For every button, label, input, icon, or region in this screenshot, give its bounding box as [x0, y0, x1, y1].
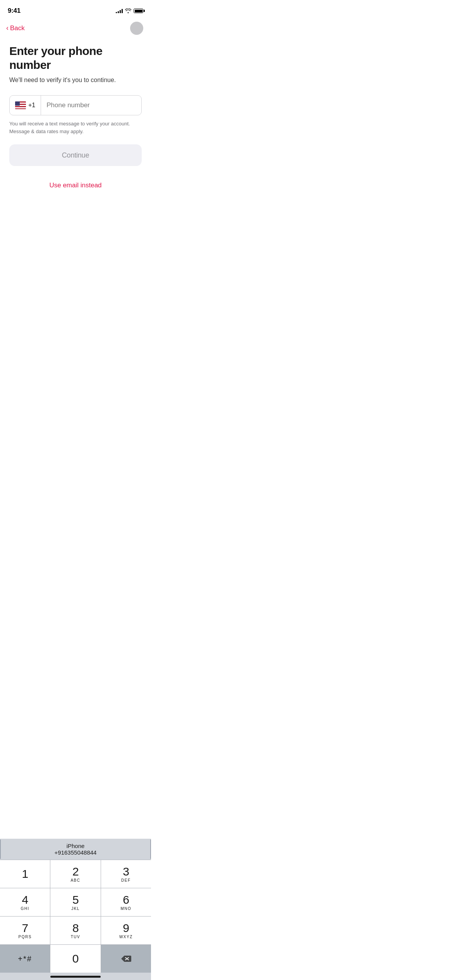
nav-bar: ‹ Back [0, 19, 151, 38]
country-code: +1 [28, 102, 35, 109]
main-content: Enter your phone number We'll need to ve… [0, 38, 151, 189]
continue-button[interactable]: Continue [9, 144, 142, 166]
hint-text: You will receive a text message to verif… [9, 120, 142, 135]
phone-number-input[interactable] [41, 96, 141, 115]
country-selector[interactable]: +1 [10, 96, 41, 115]
signal-icon [116, 9, 123, 13]
back-chevron-icon: ‹ [6, 24, 9, 32]
wifi-icon [125, 9, 131, 13]
flag-icon [15, 101, 26, 109]
battery-icon [134, 9, 143, 13]
page-subtitle: We'll need to verify it's you to continu… [9, 76, 142, 84]
page-title: Enter your phone number [9, 44, 142, 72]
back-label: Back [10, 24, 25, 32]
status-icons [116, 9, 143, 13]
back-button[interactable]: ‹ Back [6, 24, 25, 32]
status-time: 9:41 [8, 7, 21, 15]
status-bar: 9:41 [0, 0, 151, 19]
use-email-link[interactable]: Use email instead [9, 182, 142, 189]
phone-input-container: +1 [9, 95, 142, 115]
profile-circle-button[interactable] [130, 22, 143, 35]
